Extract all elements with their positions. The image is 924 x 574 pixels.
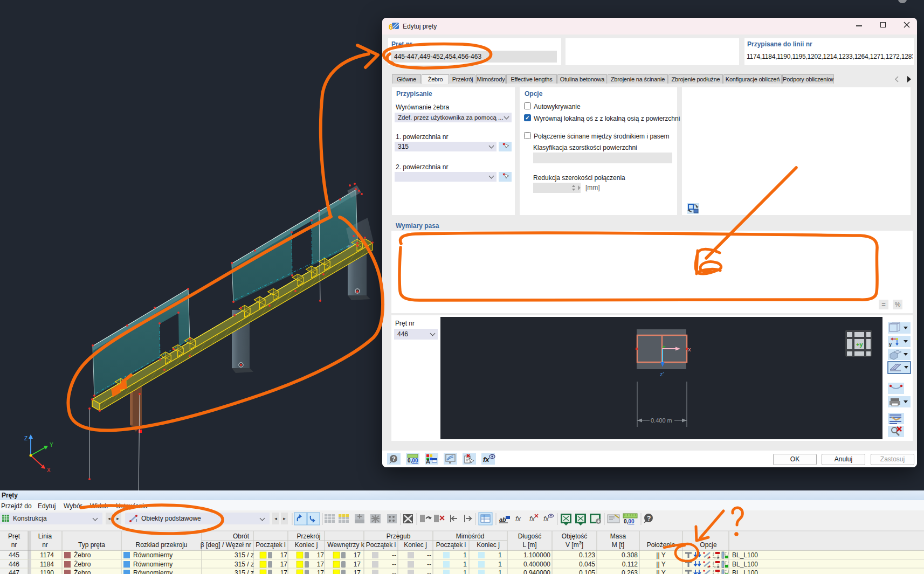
svg-text:0.123: 0.123 bbox=[579, 551, 595, 559]
svg-text:Równomierny: Równomierny bbox=[133, 569, 173, 574]
svg-text:315 / z: 315 / z bbox=[235, 551, 254, 559]
svg-text:fx: fx bbox=[483, 455, 489, 464]
svg-text:M [t]: M [t] bbox=[612, 541, 624, 549]
svg-text:1: 1 bbox=[463, 551, 467, 559]
svg-text:446: 446 bbox=[9, 561, 19, 568]
svg-text:x: x bbox=[688, 346, 691, 352]
svg-text:0.400000: 0.400000 bbox=[523, 561, 550, 568]
svg-text:BL_L100: BL_L100 bbox=[732, 551, 758, 559]
svg-text:1.100000: 1.100000 bbox=[523, 551, 550, 559]
svg-text:Masa: Masa bbox=[610, 532, 626, 540]
svg-text:447: 447 bbox=[9, 569, 19, 574]
svg-text:17: 17 bbox=[317, 569, 325, 574]
svg-text:0.308: 0.308 bbox=[622, 551, 638, 559]
svg-text:Żebro: Żebro bbox=[74, 561, 91, 568]
svg-text:A: A bbox=[426, 458, 430, 465]
svg-text:X: X bbox=[47, 467, 51, 473]
svg-text:Pręt: Pręt bbox=[8, 532, 20, 540]
svg-text:Początek i: Początek i bbox=[436, 541, 466, 549]
svg-text:nr: nr bbox=[11, 541, 17, 549]
svg-text:--: -- bbox=[392, 561, 396, 568]
svg-text:Żebro: Żebro bbox=[74, 569, 91, 574]
svg-text:Równomierny: Równomierny bbox=[133, 561, 173, 568]
svg-text:315 / z: 315 / z bbox=[235, 561, 254, 568]
svg-text:Linia: Linia bbox=[38, 532, 52, 540]
svg-text:Rozkład przekroju: Rozkład przekroju bbox=[135, 541, 187, 549]
svg-text:6: 6 bbox=[389, 23, 393, 31]
svg-text:--: -- bbox=[427, 551, 431, 559]
svg-text:nr: nr bbox=[42, 541, 48, 549]
svg-text:445: 445 bbox=[9, 551, 19, 559]
svg-text:BL_L100: BL_L100 bbox=[732, 561, 758, 568]
svg-text:Obrót: Obrót bbox=[233, 532, 250, 540]
svg-text:17: 17 bbox=[317, 561, 325, 568]
svg-text:315 / z: 315 / z bbox=[235, 569, 254, 574]
svg-text:Przekrój: Przekrój bbox=[296, 532, 320, 540]
svg-text:--: -- bbox=[392, 551, 396, 559]
svg-text:Typ pręta: Typ pręta bbox=[78, 541, 105, 549]
svg-text:17: 17 bbox=[280, 551, 288, 559]
svg-text:0,00: 0,00 bbox=[408, 458, 418, 464]
svg-text:0.112: 0.112 bbox=[622, 561, 638, 568]
svg-text:Położenie: Położenie bbox=[647, 541, 675, 549]
svg-text:V [m3]: V [m3] bbox=[566, 540, 583, 549]
svg-text:1174: 1174 bbox=[40, 551, 54, 559]
svg-text:--: -- bbox=[392, 569, 396, 574]
svg-text:x: x bbox=[707, 556, 709, 559]
svg-text:|| Y: || Y bbox=[656, 551, 665, 559]
svg-text:β [deg] / Węzeł nr: β [deg] / Węzeł nr bbox=[201, 541, 251, 549]
svg-text:Koniec j: Koniec j bbox=[404, 541, 427, 549]
svg-text:1: 1 bbox=[463, 561, 467, 568]
svg-text:1184: 1184 bbox=[40, 561, 54, 568]
svg-text:Długość: Długość bbox=[518, 532, 541, 540]
svg-text:Żebro: Żebro bbox=[74, 551, 91, 559]
svg-text:Mimośród: Mimośród bbox=[456, 532, 485, 540]
svg-text:x: x bbox=[707, 565, 709, 569]
svg-text:17: 17 bbox=[280, 561, 288, 568]
svg-text:Wewnętrzy k: Wewnętrzy k bbox=[327, 541, 364, 549]
svg-text:Objętość: Objętość bbox=[562, 532, 587, 540]
svg-text:--: -- bbox=[427, 561, 431, 568]
svg-text:0.263: 0.263 bbox=[622, 569, 638, 574]
svg-text:Z: Z bbox=[24, 435, 27, 441]
svg-text:BL_L100: BL_L100 bbox=[732, 569, 758, 574]
svg-text:Początek i: Początek i bbox=[366, 541, 396, 549]
svg-text:Opcje: Opcje bbox=[700, 541, 717, 549]
svg-text:y: y bbox=[889, 342, 892, 347]
svg-text:z': z' bbox=[660, 371, 664, 377]
svg-text:Początek i: Początek i bbox=[256, 541, 285, 549]
svg-text:+y: +y bbox=[856, 341, 863, 348]
svg-text:--: -- bbox=[427, 569, 431, 574]
svg-text:1190: 1190 bbox=[40, 569, 54, 574]
svg-text:L [m]: L [m] bbox=[522, 541, 536, 549]
svg-text:|| Y: || Y bbox=[656, 569, 665, 574]
svg-text:Koniec j: Koniec j bbox=[295, 541, 318, 549]
svg-text:0.105: 0.105 bbox=[579, 569, 595, 574]
svg-text:1: 1 bbox=[498, 569, 502, 574]
svg-text:|| Y: || Y bbox=[656, 561, 665, 568]
svg-text:Przegub: Przegub bbox=[387, 532, 411, 540]
svg-text:0.940000: 0.940000 bbox=[523, 569, 550, 574]
svg-text:?: ? bbox=[392, 455, 396, 462]
svg-text:Równomierny: Równomierny bbox=[133, 551, 173, 559]
svg-text:17: 17 bbox=[354, 551, 361, 559]
svg-text:17: 17 bbox=[354, 561, 361, 568]
svg-text:1: 1 bbox=[498, 561, 502, 568]
svg-text:1: 1 bbox=[498, 551, 502, 559]
svg-text:Y: Y bbox=[50, 442, 53, 448]
svg-text:17: 17 bbox=[317, 551, 325, 559]
svg-text:1: 1 bbox=[463, 569, 467, 574]
svg-text:Koniec j: Koniec j bbox=[477, 541, 500, 549]
svg-text:17: 17 bbox=[280, 569, 288, 574]
svg-text:0.045: 0.045 bbox=[579, 561, 595, 568]
svg-text:0.400 m: 0.400 m bbox=[651, 417, 672, 424]
svg-text:17: 17 bbox=[354, 569, 361, 574]
